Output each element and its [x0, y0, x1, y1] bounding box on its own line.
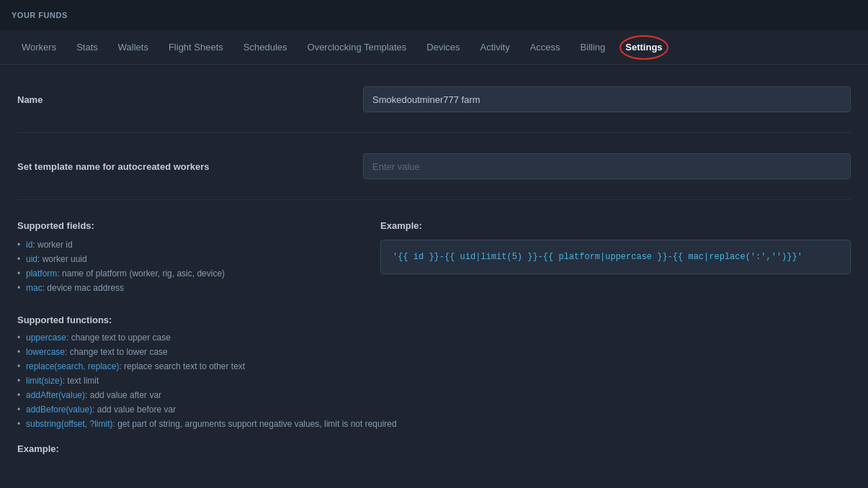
name-form-row: Name [17, 86, 851, 133]
example2-label: Example: [17, 443, 851, 454]
content-area: Name Set template name for autocreated w… [0, 65, 868, 476]
field-item-platform: platform: name of platform (worker, rig,… [17, 268, 363, 279]
nav-item-billing[interactable]: Billing [571, 30, 616, 65]
supported-functions-section: Supported functions: uppercase: change t… [17, 315, 851, 429]
nav-item-access[interactable]: Access [520, 30, 571, 65]
nav-item-schedules[interactable]: Schedules [233, 30, 297, 65]
supported-fields-title: Supported fields: [17, 220, 363, 231]
template-name-form-row: Set template name for autocreated worker… [17, 153, 851, 200]
top-bar: YOUR FUNDS [0, 0, 868, 30]
nav-item-workers[interactable]: Workers [12, 30, 66, 65]
nav-bar: Workers Stats Wallets Flight Sheets Sche… [0, 30, 868, 65]
func-item-substring: substring(offset, ?limit): get part of s… [17, 419, 851, 429]
field-item-id: id: worker id [17, 240, 363, 250]
supported-functions-list: uppercase: change text to upper case low… [17, 333, 851, 429]
nav-item-settings[interactable]: Settings [615, 30, 672, 65]
field-item-mac: mac: device mac address [17, 283, 363, 293]
nav-item-flight-sheets[interactable]: Flight Sheets [158, 30, 233, 65]
template-name-input[interactable] [363, 153, 851, 179]
name-label: Name [17, 94, 363, 105]
supported-fields-section: Supported fields: id: worker id uid: wor… [17, 220, 851, 297]
func-item-addbefore: addBefore(value): add value before var [17, 405, 851, 415]
nav-item-wallets[interactable]: Wallets [108, 30, 158, 65]
nav-item-devices[interactable]: Devices [416, 30, 470, 65]
func-item-limit: limit(size): text limit [17, 376, 851, 386]
template-name-label: Set template name for autocreated worker… [17, 161, 363, 172]
example-title: Example: [380, 220, 851, 231]
field-item-uid: uid: worker uuid [17, 254, 363, 264]
example-right: Example: '{{ id }}-{{ uid|limit(5) }}-{{… [380, 220, 851, 297]
nav-item-overclocking-templates[interactable]: Overclocking Templates [297, 30, 417, 65]
func-item-addafter: addAfter(value): add value after var [17, 390, 851, 400]
nav-item-activity[interactable]: Activity [470, 30, 520, 65]
name-input[interactable] [363, 86, 851, 112]
func-item-replace: replace(search, replace): replace search… [17, 361, 851, 371]
supported-fields-list: id: worker id uid: worker uuid platform:… [17, 240, 363, 293]
supported-fields-left: Supported fields: id: worker id uid: wor… [17, 220, 363, 297]
supported-functions-title: Supported functions: [17, 315, 851, 325]
nav-item-stats[interactable]: Stats [66, 30, 108, 65]
example-code-box: '{{ id }}-{{ uid|limit(5) }}-{{ platform… [380, 240, 851, 274]
func-item-uppercase: uppercase: change text to upper case [17, 333, 851, 343]
your-funds-label: YOUR FUNDS [12, 11, 68, 19]
func-item-lowercase: lowercase: change text to lower case [17, 347, 851, 357]
